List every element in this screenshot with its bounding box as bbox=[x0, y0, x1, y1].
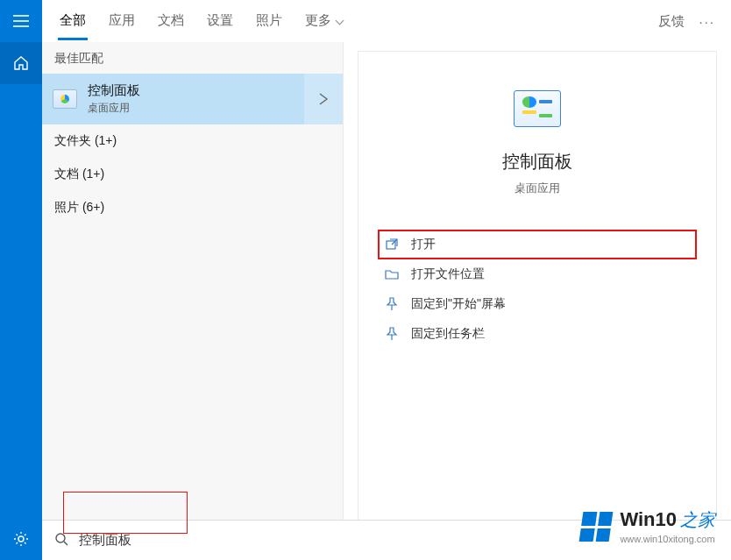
detail-card: 控制面板 桌面应用 打开 打开文件 bbox=[358, 51, 717, 524]
home-icon[interactable] bbox=[0, 42, 42, 84]
action-open-location[interactable]: 打开文件位置 bbox=[378, 259, 697, 289]
control-panel-icon bbox=[53, 89, 77, 109]
results-column: 最佳匹配 控制面板 桌面应用 文件夹 (1+) 文档 (1+) 照片 bbox=[42, 42, 344, 560]
tab-photos[interactable]: 照片 bbox=[254, 2, 284, 40]
svg-point-3 bbox=[18, 536, 24, 542]
best-match-result: 控制面板 桌面应用 bbox=[42, 74, 343, 124]
detail-column: 控制面板 桌面应用 打开 打开文件 bbox=[344, 42, 731, 560]
action-pin-taskbar[interactable]: 固定到任务栏 bbox=[378, 319, 697, 349]
pin-icon bbox=[385, 297, 399, 311]
gear-icon[interactable] bbox=[0, 518, 42, 560]
svg-line-10 bbox=[17, 542, 18, 544]
chevron-down-icon bbox=[335, 17, 344, 25]
result-subtitle: 桌面应用 bbox=[88, 101, 140, 116]
control-panel-large-icon bbox=[514, 90, 561, 127]
svg-line-9 bbox=[25, 542, 26, 544]
watermark-brand: Win10之家 bbox=[620, 508, 715, 532]
action-pin-taskbar-label: 固定到任务栏 bbox=[411, 326, 485, 342]
svg-line-14 bbox=[64, 542, 67, 545]
svg-line-8 bbox=[17, 535, 18, 536]
tab-all[interactable]: 全部 bbox=[58, 2, 88, 40]
tab-more-label: 更多 bbox=[305, 12, 331, 29]
category-folders[interactable]: 文件夹 (1+) bbox=[42, 124, 343, 158]
result-control-panel[interactable]: 控制面板 桌面应用 bbox=[42, 74, 304, 124]
left-rail bbox=[0, 0, 42, 560]
svg-point-13 bbox=[56, 534, 65, 542]
watermark-url: www.win10xitong.com bbox=[620, 534, 715, 544]
action-open[interactable]: 打开 bbox=[378, 230, 697, 259]
tab-more[interactable]: 更多 bbox=[303, 2, 345, 40]
detail-subtitle: 桌面应用 bbox=[515, 181, 560, 196]
category-photos[interactable]: 照片 (6+) bbox=[42, 191, 343, 224]
action-pin-start-label: 固定到"开始"屏幕 bbox=[411, 296, 506, 312]
category-docs[interactable]: 文档 (1+) bbox=[42, 158, 343, 191]
tab-settings[interactable]: 设置 bbox=[205, 2, 235, 40]
feedback-link[interactable]: 反馈 bbox=[658, 13, 685, 30]
open-icon bbox=[385, 237, 399, 252]
hamburger-icon[interactable] bbox=[0, 0, 42, 42]
tab-docs[interactable]: 文档 bbox=[156, 2, 186, 40]
windows-logo-icon bbox=[579, 512, 614, 542]
expand-arrow-icon[interactable] bbox=[304, 74, 343, 124]
pin-icon bbox=[385, 327, 399, 341]
search-icon bbox=[54, 532, 68, 549]
action-open-location-label: 打开文件位置 bbox=[411, 266, 485, 282]
action-open-label: 打开 bbox=[411, 237, 436, 252]
more-options-icon[interactable]: ··· bbox=[699, 14, 715, 29]
action-pin-start[interactable]: 固定到"开始"屏幕 bbox=[378, 289, 697, 319]
folder-icon bbox=[385, 267, 399, 281]
detail-title: 控制面板 bbox=[502, 150, 572, 174]
filter-tabs: 全部 应用 文档 设置 照片 更多 反馈 ··· bbox=[42, 0, 731, 42]
tab-apps[interactable]: 应用 bbox=[107, 2, 137, 40]
watermark: Win10之家 www.win10xitong.com bbox=[581, 508, 715, 544]
best-match-label: 最佳匹配 bbox=[42, 42, 343, 74]
svg-line-11 bbox=[25, 535, 26, 536]
result-title: 控制面板 bbox=[88, 82, 140, 99]
